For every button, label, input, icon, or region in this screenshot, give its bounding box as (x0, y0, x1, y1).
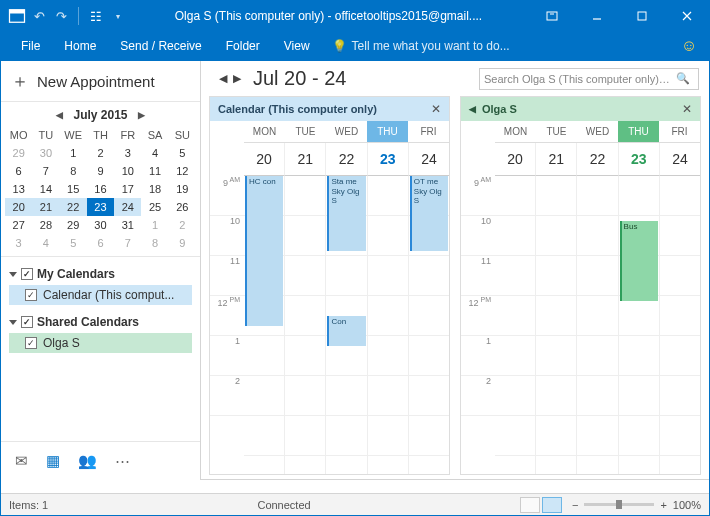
redo-icon[interactable]: ↷ (51, 6, 71, 26)
day-number[interactable]: 21 (536, 143, 577, 176)
day-column[interactable] (368, 176, 409, 474)
mini-day[interactable]: 31 (114, 216, 141, 234)
appointment[interactable]: Bus (620, 221, 658, 301)
mini-day[interactable]: 17 (114, 180, 141, 198)
day-column[interactable] (660, 176, 700, 474)
mini-day[interactable]: 8 (60, 162, 87, 180)
mini-day[interactable]: 18 (141, 180, 168, 198)
close-pane-icon[interactable]: ✕ (431, 102, 441, 116)
pane-title[interactable]: ◀Olga S✕ (461, 97, 700, 121)
pane-title[interactable]: Calendar (This computer only)✕ (210, 97, 449, 121)
day-column[interactable] (495, 176, 536, 474)
more-icon[interactable]: ⋯ (115, 452, 130, 470)
day-number[interactable]: 23 (368, 143, 409, 176)
next-month-icon[interactable]: ▶ (134, 110, 149, 120)
mini-day[interactable]: 25 (141, 198, 168, 216)
mini-day[interactable]: 2 (169, 216, 196, 234)
mini-day[interactable]: 9 (87, 162, 114, 180)
mini-day[interactable]: 28 (32, 216, 59, 234)
mini-day[interactable]: 16 (87, 180, 114, 198)
day-column[interactable] (536, 176, 577, 474)
next-week-icon[interactable]: ▶ (233, 72, 241, 85)
prev-month-icon[interactable]: ◀ (52, 110, 67, 120)
appointment[interactable]: OT me Sky Olg S (410, 176, 448, 251)
mini-day[interactable]: 9 (169, 234, 196, 252)
checkbox-icon[interactable]: ✓ (25, 289, 37, 301)
mini-day[interactable]: 7 (114, 234, 141, 252)
mini-day[interactable]: 27 (5, 216, 32, 234)
calendar-item-olga[interactable]: ✓ Olga S (9, 333, 192, 353)
tab-file[interactable]: File (11, 33, 50, 59)
mini-day[interactable]: 4 (32, 234, 59, 252)
mini-day[interactable]: 5 (169, 144, 196, 162)
mini-day[interactable]: 19 (169, 180, 196, 198)
tab-home[interactable]: Home (54, 33, 106, 59)
mini-day[interactable]: 3 (5, 234, 32, 252)
my-calendars-group[interactable]: ✓ My Calendars (9, 267, 192, 281)
people-icon[interactable]: 👥 (78, 452, 97, 470)
checkbox-icon[interactable]: ✓ (21, 268, 33, 280)
mini-day[interactable]: 1 (141, 216, 168, 234)
tab-folder[interactable]: Folder (216, 33, 270, 59)
calendar-icon[interactable]: ▦ (46, 452, 60, 470)
mail-icon[interactable]: ✉ (15, 452, 28, 470)
checkbox-icon[interactable]: ✓ (25, 337, 37, 349)
mini-day[interactable]: 1 (60, 144, 87, 162)
mini-day[interactable]: 13 (5, 180, 32, 198)
zoom-in-icon[interactable]: + (660, 499, 666, 511)
close-button[interactable] (664, 1, 709, 31)
zoom-control[interactable]: − + 100% (572, 499, 701, 511)
day-number[interactable]: 22 (326, 143, 367, 176)
mini-day[interactable]: 6 (5, 162, 32, 180)
minimize-button[interactable] (574, 1, 619, 31)
mini-day[interactable]: 30 (32, 144, 59, 162)
prev-week-icon[interactable]: ◀ (219, 72, 227, 85)
tab-sendreceive[interactable]: Send / Receive (110, 33, 211, 59)
new-appointment-button[interactable]: ＋ New Appointment (1, 61, 200, 102)
feedback-icon[interactable]: ☺ (681, 37, 699, 55)
day-number[interactable]: 23 (619, 143, 660, 176)
mini-day[interactable]: 2 (87, 144, 114, 162)
day-number[interactable]: 20 (495, 143, 536, 176)
search-input[interactable]: Search Olga S (This computer only) (C...… (479, 68, 699, 90)
mini-day[interactable]: 22 (60, 198, 87, 216)
qat-dropdown-icon[interactable]: ▾ (108, 6, 128, 26)
view-normal-button[interactable] (520, 497, 540, 513)
close-pane-icon[interactable]: ✕ (682, 102, 692, 116)
day-number[interactable]: 24 (660, 143, 700, 176)
day-number[interactable]: 22 (577, 143, 618, 176)
shared-calendars-group[interactable]: ✓ Shared Calendars (9, 315, 192, 329)
tab-view[interactable]: View (274, 33, 320, 59)
search-icon[interactable]: 🔍 (672, 72, 694, 85)
day-column[interactable] (285, 176, 326, 474)
mini-day[interactable]: 29 (60, 216, 87, 234)
day-column[interactable]: Bus (619, 176, 660, 474)
day-number[interactable]: 24 (409, 143, 449, 176)
zoom-out-icon[interactable]: − (572, 499, 578, 511)
mini-day[interactable]: 30 (87, 216, 114, 234)
calendar-item-local[interactable]: ✓ Calendar (This comput... (9, 285, 192, 305)
undo-icon[interactable]: ↶ (29, 6, 49, 26)
mini-day[interactable]: 21 (32, 198, 59, 216)
mini-day[interactable]: 24 (114, 198, 141, 216)
appointment[interactable]: Sta me Sky Olg S (327, 176, 365, 251)
mini-day[interactable]: 11 (141, 162, 168, 180)
day-column[interactable] (577, 176, 618, 474)
overlay-arrow-icon[interactable]: ◀ (469, 104, 476, 114)
mini-day[interactable]: 15 (60, 180, 87, 198)
mini-day[interactable]: 5 (60, 234, 87, 252)
tellme-input[interactable]: 💡 Tell me what you want to do... (332, 39, 677, 53)
mini-day[interactable]: 29 (5, 144, 32, 162)
view-reading-button[interactable] (542, 497, 562, 513)
checkbox-icon[interactable]: ✓ (21, 316, 33, 328)
mini-day[interactable]: 23 (87, 198, 114, 216)
mini-day[interactable]: 12 (169, 162, 196, 180)
appointment[interactable]: Con (327, 316, 365, 346)
mini-day[interactable]: 26 (169, 198, 196, 216)
day-column[interactable]: OT me Sky Olg S (409, 176, 449, 474)
mini-day[interactable]: 3 (114, 144, 141, 162)
mini-day[interactable]: 20 (5, 198, 32, 216)
mini-day[interactable]: 6 (87, 234, 114, 252)
ribbon-options-button[interactable] (529, 1, 574, 31)
day-number[interactable]: 20 (244, 143, 285, 176)
